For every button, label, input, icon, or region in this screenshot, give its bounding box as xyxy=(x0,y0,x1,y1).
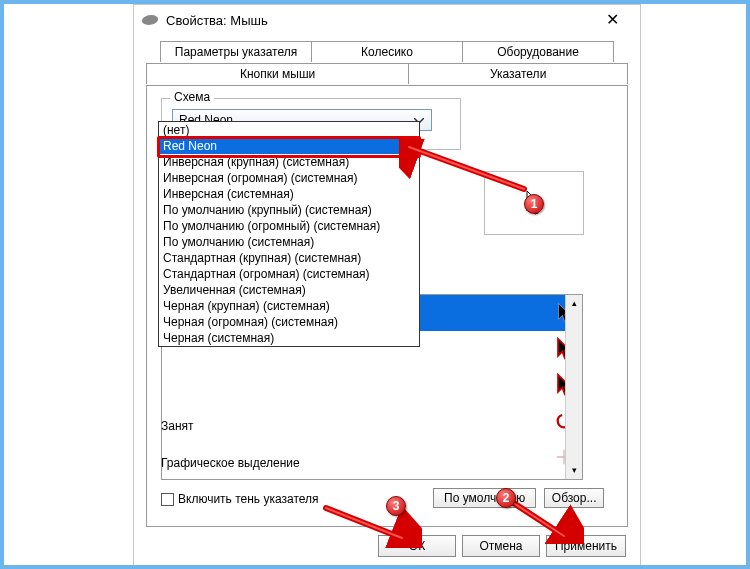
tab-pointers[interactable]: Указатели xyxy=(409,63,628,84)
cursor-list-row[interactable] xyxy=(162,367,582,403)
scheme-option[interactable]: По умолчанию (системная) xyxy=(159,234,419,250)
scrollbar[interactable]: ▴ ▾ xyxy=(565,295,582,479)
scheme-option[interactable]: Стандартная (огромная) (системная) xyxy=(159,266,419,282)
tab-strip: Параметры указателя Колесико Оборудовани… xyxy=(146,41,628,85)
graphic-selection-label: Графическое выделение xyxy=(161,456,300,470)
apply-button[interactable]: Применить xyxy=(546,535,626,557)
mouse-icon xyxy=(141,15,160,25)
busy-label: Занят xyxy=(161,419,194,433)
cursor-list-row[interactable] xyxy=(162,403,582,439)
tab-buttons[interactable]: Кнопки мыши xyxy=(146,63,409,84)
scheme-option[interactable]: (нет) xyxy=(159,122,419,138)
scheme-option[interactable]: Черная (огромная) (системная) xyxy=(159,314,419,330)
callout-1: 1 xyxy=(524,194,544,214)
scheme-option[interactable]: Черная (крупная) (системная) xyxy=(159,298,419,314)
scheme-legend: Схема xyxy=(170,90,214,104)
close-button[interactable]: ✕ xyxy=(592,12,632,28)
scheme-option[interactable]: Инверсная (огромная) (системная) xyxy=(159,170,419,186)
callout-2: 2 xyxy=(496,488,516,508)
cancel-button[interactable]: Отмена xyxy=(462,535,540,557)
browse-button[interactable]: Обзор... xyxy=(544,488,604,508)
scheme-option[interactable]: Увеличенная (системная) xyxy=(159,282,419,298)
scheme-option[interactable]: Инверсная (системная) xyxy=(159,186,419,202)
scheme-option[interactable]: Черная (системная) xyxy=(159,330,419,346)
scheme-option[interactable]: По умолчанию (огромный) (системная) xyxy=(159,218,419,234)
callout-3: 3 xyxy=(386,496,406,516)
scheme-option[interactable]: По умолчанию (крупный) (системная) xyxy=(159,202,419,218)
scheme-option-selected[interactable]: Red Neon xyxy=(159,138,419,154)
ok-button[interactable]: ОК xyxy=(378,535,456,557)
shadow-checkbox[interactable] xyxy=(161,493,174,506)
tab-pointer-options[interactable]: Параметры указателя xyxy=(160,41,312,62)
scroll-down-icon[interactable]: ▾ xyxy=(566,462,582,479)
tab-wheel[interactable]: Колесико xyxy=(312,41,463,62)
scroll-up-icon[interactable]: ▴ xyxy=(566,295,582,312)
scheme-option[interactable]: Стандартная (крупная) (системная) xyxy=(159,250,419,266)
titlebar: Свойства: Мышь ✕ xyxy=(134,5,640,35)
window-title: Свойства: Мышь xyxy=(166,13,592,28)
default-button[interactable]: По умолчанию xyxy=(433,488,536,508)
dialog-footer: ОК Отмена Применить xyxy=(134,526,640,566)
shadow-checkbox-label: Включить тень указателя xyxy=(178,492,319,506)
tab-hardware[interactable]: Оборудование xyxy=(463,41,614,62)
mouse-properties-window: Свойства: Мышь ✕ Параметры указателя Кол… xyxy=(133,4,641,567)
scheme-option[interactable]: Инверсная (крупная) (системная) xyxy=(159,154,419,170)
scheme-dropdown-list[interactable]: (нет) Red Neon Инверсная (крупная) (сист… xyxy=(158,121,420,347)
